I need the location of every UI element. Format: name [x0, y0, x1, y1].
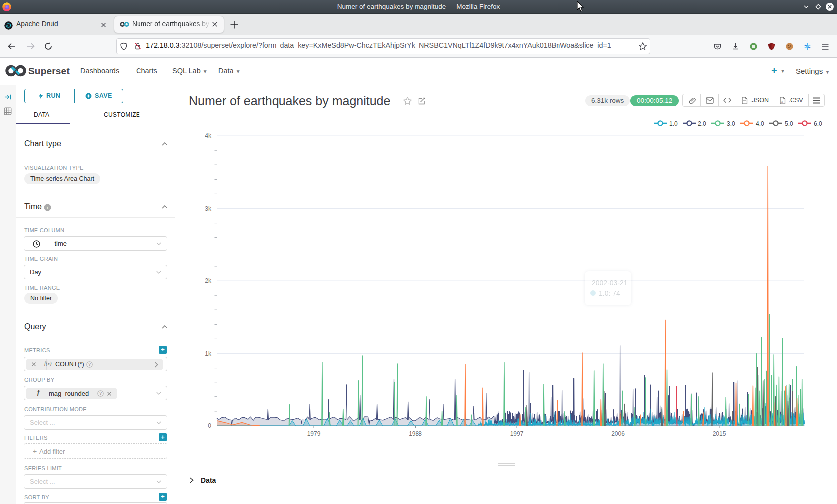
svg-text:?: ?	[99, 391, 102, 396]
svg-text:?: ?	[88, 362, 91, 367]
svg-text:1k: 1k	[205, 350, 212, 357]
svg-text:1997: 1997	[510, 430, 524, 437]
svg-text:3k: 3k	[205, 205, 212, 212]
svg-text:i: i	[47, 205, 48, 210]
svg-text:1979: 1979	[307, 430, 321, 437]
svg-text:4k: 4k	[205, 132, 212, 139]
svg-text:0: 0	[208, 422, 211, 429]
svg-text:2015: 2015	[713, 430, 726, 437]
svg-text:2k: 2k	[205, 277, 212, 284]
svg-text:1988: 1988	[409, 430, 422, 437]
svg-text:2006: 2006	[611, 430, 625, 437]
